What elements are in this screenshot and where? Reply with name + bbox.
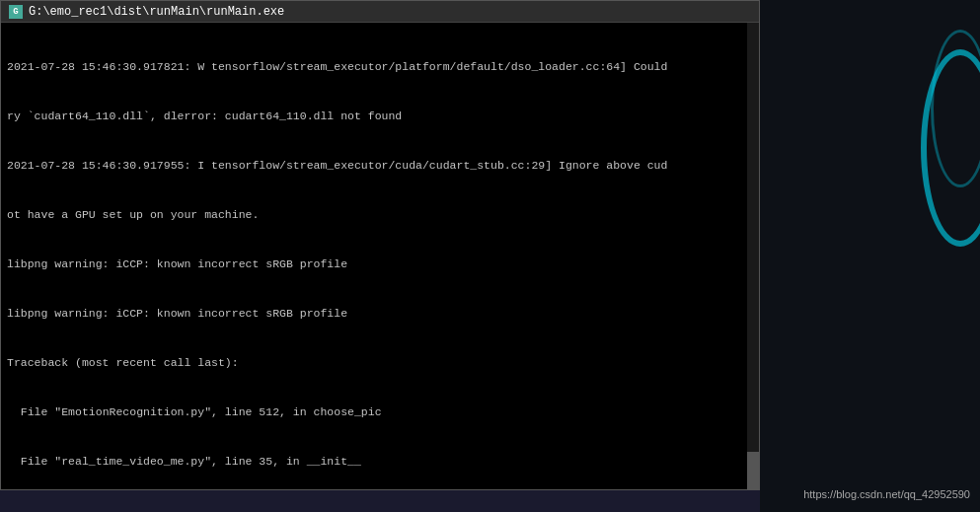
log-line-6: libpng warning: iCCP: known incorrect sR… <box>7 306 753 323</box>
scrollbar-thumb[interactable] <box>747 452 759 490</box>
terminal-output: 2021-07-28 15:46:30.917821: W tensorflow… <box>1 23 759 489</box>
log-line-1: 2021-07-28 15:46:30.917821: W tensorflow… <box>7 59 753 76</box>
app-icon: G <box>9 5 23 19</box>
log-line-5: libpng warning: iCCP: known incorrect sR… <box>7 256 753 273</box>
log-line-9: File "real_time_video_me.py", line 35, i… <box>7 454 753 471</box>
log-line-8: File "EmotionRecognition.py", line 512, … <box>7 404 753 421</box>
log-line-2: ry `cudart64_110.dll`, dlerror: cudart64… <box>7 109 753 125</box>
watermark-url: https://blog.csdn.net/qq_42952590 <box>803 488 970 500</box>
sidebar-right: https://blog.csdn.net/qq_42952590 <box>760 0 980 512</box>
title-path: G:\emo_rec1\dist\runMain\runMain.exe <box>29 5 284 19</box>
log-line-4: ot have a GPU set up on your machine. <box>7 207 753 224</box>
title-bar: G G:\emo_rec1\dist\runMain\runMain.exe <box>1 1 759 23</box>
log-line-3: 2021-07-28 15:46:30.917955: I tensorflow… <box>7 158 753 175</box>
scrollbar[interactable] <box>747 23 759 490</box>
log-line-7: Traceback (most recent call last): <box>7 355 753 372</box>
